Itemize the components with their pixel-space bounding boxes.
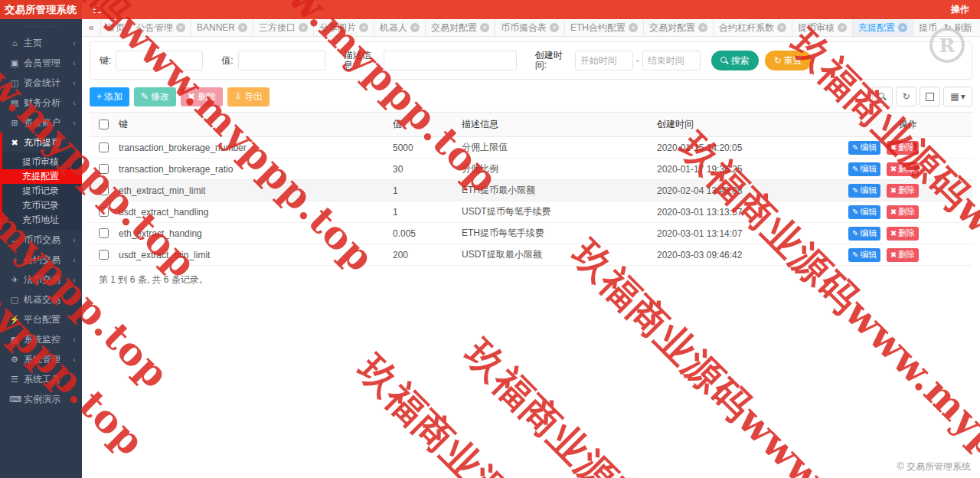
row-checkbox[interactable] [99,250,109,260]
sidebar-item-fiat-trade[interactable]: ✈ 法币交易 ‹ [0,270,82,290]
row-delete-button[interactable]: ✖删除 [887,162,919,176]
tabs-scroll-left-icon[interactable]: « [82,19,101,36]
sidebar-item-fund-accounts[interactable]: ⊞ 资金账户 ‹ [0,113,82,133]
sidebar-item-system-tools[interactable]: ☰ 系统工具 ‹ [0,369,82,389]
filter-value-group: 值: [221,51,325,70]
sidebar-item-members[interactable]: ▣ 会员管理 ‹ [0,53,82,73]
modify-button[interactable]: ✎ 修改 [134,87,176,106]
row-delete-button[interactable]: ✖删除 [887,184,919,198]
row-edit-button[interactable]: ✎编辑 [848,162,880,176]
sidebar-item-finance-analysis[interactable]: ▤ 财务分析 ‹ [0,93,82,113]
tab-home[interactable]: 首页 [101,19,131,36]
value-input[interactable] [238,51,325,70]
close-icon[interactable]: × [238,23,247,32]
close-icon[interactable]: × [629,23,638,32]
tab-pair-config-2[interactable]: 交易对配置× [644,19,714,36]
row-delete-button[interactable]: ✖删除 [887,227,919,241]
row-checkbox[interactable] [99,228,109,238]
sidebar-item-withdraw-review[interactable]: 提币审核 [2,155,82,169]
reset-button[interactable]: ↻ 重置 [765,51,812,70]
table-refresh-button[interactable]: ↻ [896,87,916,106]
add-button[interactable]: + 添加 [90,87,129,106]
tab-robot[interactable]: 机器人× [374,19,426,36]
sidebar-item-home[interactable]: ⌂ 主页 ‹ [0,33,82,53]
close-icon[interactable]: × [898,23,907,32]
refresh-icon: ↻ [944,22,952,33]
sidebar-item-robot-trade[interactable]: ▢ 机器交易 ‹ [0,290,82,309]
tab-banner[interactable]: BANNER× [191,19,253,36]
close-icon[interactable]: × [299,23,308,32]
chevron-left-icon: ‹ [73,309,76,329]
top-header: 交易所管理系统 ☰ 操作 [0,0,980,19]
key-input[interactable] [116,51,203,70]
sidebar-item-deposit-withdraw[interactable]: ✖ 充币提币 [2,133,82,152]
header-action-menu[interactable]: 操作 [951,3,969,16]
close-icon[interactable]: × [410,23,420,32]
row-edit-button[interactable]: ✎编辑 [848,184,880,198]
close-icon[interactable]: × [838,23,847,32]
close-icon[interactable]: × [480,23,489,32]
row-checkbox[interactable] [99,142,109,152]
close-icon[interactable]: × [359,23,368,32]
row-checkbox[interactable] [99,185,109,195]
sidebar-item-contract-trade[interactable]: ◔ 合约交易 ‹ [0,250,82,270]
table-toolbar: + 添加 ✎ 修改 ✖ 删除 ⇩ 导出 ↻ ▦ ▾ [90,87,972,106]
table-search-button[interactable] [872,87,893,106]
row-delete-button[interactable]: ✖删除 [887,248,919,262]
row-checkbox[interactable] [99,207,109,217]
tab-eth-contract-config[interactable]: ETH合约配置× [565,19,644,36]
row-edit-button[interactable]: ✎编辑 [848,248,880,262]
chevron-left-icon: ‹ [73,270,76,290]
sidebar-item-platform-config[interactable]: ⚡ 平台配置 ‹ [0,309,82,329]
export-button[interactable]: ⇩ 导出 [227,87,270,106]
sidebar-item-deposit-address[interactable]: 充币地址 [2,213,82,228]
tab-matching-table[interactable]: 币币撮合表× [495,19,565,36]
tab-third-api[interactable]: 三方接口× [253,19,314,36]
tab-share-image[interactable]: 分享图片× [314,19,374,36]
row-edit-button[interactable]: ✎编辑 [848,141,880,155]
sidebar-item-recharge-withdraw-config[interactable]: 充提配置 [2,169,82,184]
gear-icon: ⚙ [9,349,20,369]
sidebar-item-fund-stats[interactable]: ◫ 资金统计 ‹ [0,73,82,93]
close-icon[interactable]: × [777,23,786,32]
row-delete-button[interactable]: ✖删除 [887,205,919,219]
delete-button[interactable]: ✖ 删除 [181,87,223,106]
row-checkbox[interactable] [99,164,109,174]
desc-input[interactable] [384,51,517,70]
table-option-buttons: ↻ ▦ ▾ [872,87,972,106]
close-icon[interactable]: × [176,23,185,32]
tab-pair-config-1[interactable]: 交易对配置× [426,19,495,36]
row-edit-button[interactable]: ✎编辑 [848,227,880,241]
sidebar-item-system-monitor[interactable]: ▦ 系统监控 ‹ [0,329,82,349]
grid-icon: ▦ [950,91,959,102]
chevron-left-icon: ‹ [73,73,76,93]
tab-withdraw-review[interactable]: 提币审核× [792,19,853,36]
filter-panel: 键: 值: 描述信息: 创建时间: - 搜索 ↻ [90,41,972,80]
fullscreen-button[interactable] [920,87,940,106]
sidebar-item-system-manage[interactable]: ⚙ 系统管理 ‹ [0,349,82,369]
copyright-footer: © 交易所管理系统 [897,460,971,473]
close-icon[interactable]: × [698,23,707,32]
sidebar-item-demo[interactable]: ⌨ 实例演示 ‹ [0,389,82,409]
tab-leverage-factor[interactable]: 合约杠杆系数× [714,19,792,36]
edit-icon: ✎ [852,165,858,173]
row-edit-button[interactable]: ✎编辑 [848,205,880,219]
column-value: 值 [387,113,456,137]
refresh-page-link[interactable]: ↻ 刷新 [936,21,980,34]
sidebar-item-coin-trade[interactable]: ↔ 币币交易 ‹ [0,230,82,250]
tab-withdraw-records[interactable]: 提币记录× [913,19,936,36]
search-button[interactable]: 搜索 [711,51,759,70]
row-delete-button[interactable]: ✖删除 [887,141,919,155]
chevron-left-icon: ‹ [73,329,76,349]
end-time-input[interactable] [642,51,701,70]
sidebar-toggle-icon[interactable]: ☰ [93,4,102,15]
start-time-input[interactable] [575,51,633,70]
sidebar-item-withdraw-records[interactable]: 提币记录 [2,184,82,198]
sidebar-item-deposit-records[interactable]: 充币记录 [2,198,82,213]
tab-notice[interactable]: 公告管理× [131,19,191,36]
config-table-wrap: 键 值 描述信息 创建时间 操作 transaction_brokerage_n… [90,112,972,286]
tab-recharge-withdraw-config[interactable]: 充提配置× [853,19,913,36]
select-all-checkbox[interactable] [99,120,109,129]
close-icon[interactable]: × [550,23,559,32]
columns-button[interactable]: ▦ ▾ [943,87,972,106]
